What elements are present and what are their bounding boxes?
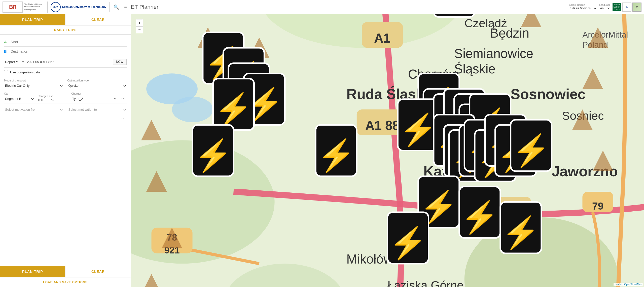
charge-level-input[interactable] — [38, 98, 50, 102]
app-header: BR The National Centre for Research and … — [0, 0, 644, 14]
sut-name: Silesian University of Technology — [62, 5, 106, 9]
bottom-buttons: PLAN TRIP CLEAR LOAD AND SAVE OPTIONS — [0, 266, 131, 287]
motivation-from-group: Select motivation from — [4, 106, 63, 113]
transport-select[interactable]: Electric Car Only — [4, 82, 63, 89]
app-title: ET Planner — [131, 4, 566, 10]
svg-point-6 — [172, 97, 213, 122]
depart-separator: ▾ — [22, 60, 24, 64]
map-thumbnail: 🗺 — [632, 3, 641, 12]
depart-row: Depart ▾ NOW — [4, 56, 127, 68]
ncrd-br-mark: BR — [9, 4, 16, 10]
transport-optimization-row: Mode of transport Electric Car Only Opti… — [4, 77, 127, 90]
charger-group: Charger Type_2 — [71, 92, 117, 102]
svg-rect-76 — [434, 14, 475, 17]
motivation-to-group: Select motivation to — [67, 106, 127, 113]
svg-text:Siemianowice: Siemianowice — [454, 46, 533, 61]
svg-text:Śląskie: Śląskie — [454, 62, 495, 76]
congestion-label: Use congestion data — [10, 70, 40, 74]
main-layout: PLAN TRIP CLEAR DAILY TRIPS A B Depart — [0, 14, 644, 287]
charge-group: Charge Level % — [38, 95, 68, 102]
plan-trip-button-top[interactable]: PLAN TRIP — [0, 14, 65, 25]
svg-text:Czelądź: Czelądź — [464, 17, 507, 30]
optimization-select[interactable]: Quicker — [67, 82, 127, 89]
svg-text:Łaziska Górne: Łaziska Górne — [387, 279, 463, 287]
daily-trips-row: DAILY TRIPS — [0, 25, 131, 35]
charge-label: Charge Level — [38, 95, 68, 98]
eme-logo: ElectricMobilityEurope — [613, 3, 621, 11]
motivation-row: Select motivation from Select motivation… — [4, 103, 127, 114]
zoom-out-button[interactable]: − — [136, 26, 143, 33]
start-input-row: A — [4, 37, 127, 47]
more-options-row: ⋯ — [4, 114, 127, 124]
plan-trip-button-bottom[interactable]: PLAN TRIP — [0, 266, 65, 277]
header-right-panel: Select Region Silesia Voivods... Languag… — [569, 3, 641, 12]
svg-text:79: 79 — [592, 200, 603, 212]
car-group: Car Segment B — [4, 92, 34, 102]
svg-text:⚡: ⚡ — [214, 91, 253, 128]
zoom-in-button[interactable]: + — [136, 19, 143, 26]
svg-text:⚡: ⚡ — [399, 111, 438, 148]
motivation-from-select[interactable]: Select motivation from — [4, 106, 63, 113]
language-label: Language — [599, 4, 611, 6]
language-select[interactable]: en — [599, 6, 611, 10]
load-save-button[interactable]: LOAD AND SAVE OPTIONS — [0, 277, 131, 287]
region-select[interactable]: Silesia Voivods... — [569, 6, 597, 10]
charger-label: Charger — [71, 92, 117, 95]
car-more-button[interactable]: ⋯ — [120, 96, 127, 102]
svg-text:⚡: ⚡ — [460, 199, 499, 236]
ncrd-logo: BR — [3, 2, 23, 13]
leaflet-attribution-link[interactable]: Leaflet — [615, 283, 622, 286]
sut-circle: SUT — [51, 2, 61, 12]
optimization-group: Optimization type Quicker — [67, 79, 127, 89]
sut-logo-group: SUT Silesian University of Technology — [51, 2, 110, 12]
clear-button-top[interactable]: CLEAR — [65, 14, 131, 25]
transport-label: Mode of transport — [4, 79, 63, 82]
congestion-row: Use congestion data — [4, 68, 127, 77]
car-label: Car — [4, 92, 34, 95]
destination-input[interactable] — [11, 49, 127, 53]
svg-text:⚡: ⚡ — [502, 214, 540, 251]
bottom-btn-row: PLAN TRIP CLEAR — [0, 266, 131, 277]
car-row: Car Segment B Charge Level % Charger Typ — [4, 90, 127, 103]
sidebar: PLAN TRIP CLEAR DAILY TRIPS A B Depart — [0, 14, 131, 287]
map-area: A1 A1 88 A4 94 86 902 78 921 79 — [131, 14, 644, 287]
region-label: Select Region — [569, 4, 597, 6]
destination-label-b: B — [4, 49, 9, 53]
clear-button-bottom[interactable]: CLEAR — [65, 266, 131, 277]
svg-text:Mikołów: Mikołów — [346, 252, 393, 266]
partner-logos: ElectricMobilityEurope EU 🗺 — [613, 3, 641, 12]
osm-attribution-link[interactable]: OpenStreetMap — [624, 283, 642, 286]
svg-text:⚡: ⚡ — [512, 132, 550, 169]
start-input[interactable] — [11, 40, 127, 44]
charger-select[interactable]: Type_2 — [71, 96, 117, 102]
ncrd-logo-group: BR The National Centre for Research and … — [3, 2, 48, 13]
svg-text:Sosnowiec: Sosnowiec — [511, 86, 586, 102]
svg-text:ArcelorMittal: ArcelorMittal — [582, 30, 628, 39]
map-zoom-controls: + − — [136, 19, 143, 33]
search-button[interactable]: 🔍 — [113, 3, 120, 11]
menu-button[interactable]: ≡ — [123, 3, 128, 11]
destination-input-row: B — [4, 47, 127, 56]
top-buttons-row: PLAN TRIP CLEAR — [0, 14, 131, 25]
congestion-checkbox[interactable] — [4, 70, 8, 74]
optimization-label: Optimization type — [67, 79, 127, 82]
transport-group: Mode of transport Electric Car Only — [4, 79, 63, 89]
motivation-to-select[interactable]: Select motivation to — [67, 106, 127, 113]
datetime-input[interactable] — [27, 60, 111, 64]
start-label-a: A — [4, 40, 9, 44]
map-attribution: Leaflet | OpenStreetMap — [614, 283, 643, 286]
trip-form: A B Depart ▾ NOW Use congestion data — [0, 35, 131, 266]
region-selector-group: Select Region Silesia Voivods... — [569, 4, 597, 10]
car-select[interactable]: Segment B — [4, 96, 34, 102]
ncrd-name: The National Centre for Research and Dev… — [24, 3, 44, 11]
svg-text:⚡: ⚡ — [389, 225, 427, 261]
now-button[interactable]: NOW — [113, 59, 127, 65]
svg-text:⚡: ⚡ — [194, 137, 232, 174]
daily-trips-button[interactable]: DAILY TRIPS — [0, 25, 131, 34]
more-options-button[interactable]: ⋯ — [120, 116, 127, 122]
depart-type-select[interactable]: Depart — [4, 60, 19, 64]
svg-text:A1 88: A1 88 — [365, 118, 400, 133]
language-selector-group: Language en — [599, 4, 611, 10]
svg-text:A1: A1 — [374, 31, 390, 45]
percent-label: % — [51, 98, 54, 102]
